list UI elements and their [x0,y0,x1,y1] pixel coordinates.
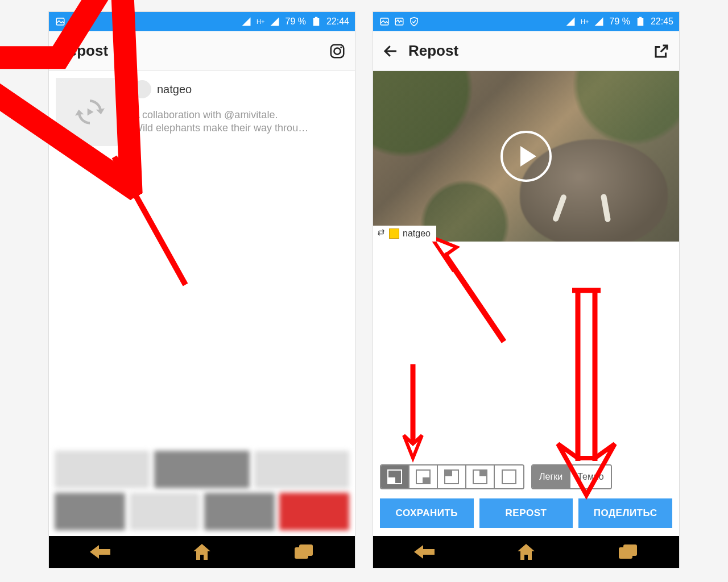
signal-icon-2 [269,16,280,27]
status-bar: H+ 79 % 22:45 [373,12,679,31]
recents-nav-icon[interactable] [615,542,640,562]
refresh-icon [75,97,105,127]
svg-point-6 [340,46,342,48]
shield-icon [408,16,420,27]
page-title: Repost [408,42,458,60]
page-title: Repost [58,42,108,60]
home-nav-icon[interactable] [514,542,539,562]
avatar [133,80,151,98]
activity-icon [394,16,405,27]
post-username: natgeo [157,83,192,96]
net-type-label: H+ [581,18,589,25]
battery-text: 79 % [285,16,305,27]
position-bottom-left-button[interactable] [381,465,410,488]
position-top-right-button[interactable] [466,465,495,488]
system-nav-bar [49,536,355,568]
post-thumbnail[interactable] [56,78,124,146]
back-nav-icon[interactable] [88,542,113,562]
svg-rect-2 [313,18,320,26]
watermark-position-selector [380,464,524,489]
shield-icon [84,16,96,27]
clock-text: 22:44 [326,16,349,27]
repost-button[interactable]: REPOST [479,498,573,528]
image-icon [379,16,390,27]
action-row: СОХРАНИТЬ REPOST ПОДЕЛИТЬС [373,493,679,536]
svg-point-5 [334,48,340,54]
home-nav-icon[interactable] [189,542,214,562]
toolbar: Repost [373,31,679,71]
svg-marker-7 [88,109,94,116]
phone-left: H+ 79 % 22:44 Repost [48,11,355,568]
position-top-left-button[interactable] [438,465,466,488]
clock-text: 22:45 [651,16,673,27]
back-nav-icon[interactable] [412,542,437,562]
instagram-icon[interactable] [329,43,346,60]
post-list-item[interactable]: natgeo A collaboration with @amivitale. … [49,71,355,153]
play-icon[interactable] [500,131,552,182]
svg-rect-23 [623,544,637,556]
battery-icon [635,16,646,27]
position-none-button[interactable] [495,465,523,488]
svg-rect-10 [299,544,313,556]
battery-icon [311,16,322,27]
system-nav-bar [373,536,679,568]
svg-line-8 [114,157,185,285]
watermark-theme-selector: Легки Темно [531,464,612,489]
battery-text: 79 % [609,16,630,27]
svg-line-16 [661,45,667,52]
svg-rect-14 [639,17,642,18]
image-icon [55,16,66,27]
phone-right: H+ 79 % 22:45 Repost natgeo [373,11,680,568]
repost-icon [377,228,386,239]
recents-nav-icon[interactable] [291,542,316,562]
signal-icon-2 [593,16,605,27]
video-preview[interactable]: natgeo [373,71,679,242]
status-bar: H+ 79 % 22:44 [49,12,355,31]
net-type-label: H+ [257,18,264,25]
open-external-icon[interactable] [653,43,670,60]
watermark-username: natgeo [403,228,431,239]
ad-banner [49,445,355,536]
repost-watermark: natgeo [373,226,436,242]
svg-rect-3 [315,17,318,18]
share-button[interactable]: ПОДЕЛИТЬС [578,498,672,528]
signal-icon-1 [241,16,252,27]
theme-light-button[interactable]: Легки [532,465,570,488]
back-arrow-icon[interactable] [382,43,399,60]
toolbar: Repost [49,31,355,71]
signal-icon-1 [565,16,576,27]
position-bottom-right-button[interactable] [410,465,438,488]
post-caption: A collaboration with @amivitale. Wild el… [133,109,348,135]
activity-icon [69,16,81,27]
account-logo-icon [389,228,399,239]
theme-dark-button[interactable]: Темно [570,465,611,488]
save-button[interactable]: СОХРАНИТЬ [380,498,474,528]
svg-rect-13 [638,18,644,26]
watermark-controls: Легки Темно [373,461,679,493]
